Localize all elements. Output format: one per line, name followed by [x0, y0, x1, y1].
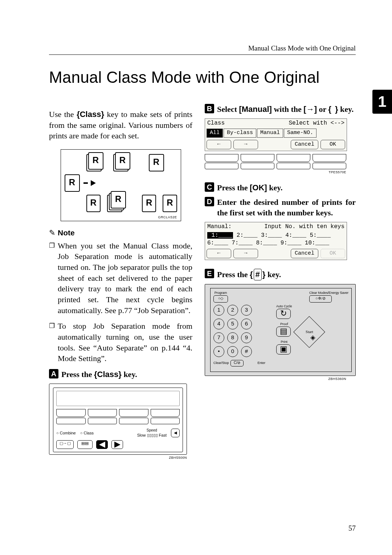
step1-b: key. — [122, 370, 137, 379]
note-item-2: To stop Job Separation mode from automat… — [49, 321, 192, 364]
step-2: B Select [Manual] with the [→] or {} key… — [205, 104, 356, 115]
step2-b: with the — [272, 105, 303, 114]
print-button[interactable]: ▣ — [276, 344, 291, 355]
soft-cancel[interactable]: Cancel — [291, 140, 318, 149]
hash-key-icon: # — [254, 269, 262, 280]
step2-key2: [→] — [303, 105, 317, 114]
illus1-id: GRCLAS2E — [65, 215, 177, 219]
note-list: When you set the Manual Class mode, Job … — [49, 240, 192, 364]
lcd-display-class: Class Select with <--> All By-class Manu… — [205, 118, 347, 151]
autocycle-button[interactable]: ↻ — [276, 309, 291, 319]
key-8[interactable]: 8 — [227, 332, 238, 343]
proof-button[interactable]: ▤ — [276, 327, 291, 337]
step-badge-4: D — [205, 197, 214, 206]
step2-c: or — [317, 105, 328, 114]
soft2-cancel[interactable]: Cancel — [291, 249, 318, 258]
panel1-class: Class — [83, 431, 94, 435]
control-panel-illustration-1: ○ Combine ○ Class Speed Slow ▯▯▯▯▯ Fast … — [49, 384, 187, 460]
disp1-title: Class — [207, 119, 225, 127]
chapter-tab: 1 — [372, 90, 392, 114]
soft-ok[interactable]: OK — [320, 140, 345, 149]
tab-manual[interactable]: Manual — [257, 129, 283, 137]
class-key-label: Class — [80, 110, 101, 119]
soft2-left[interactable]: ← — [207, 249, 231, 258]
step2-d: key. — [338, 105, 354, 114]
kp-id: ZBHS360N — [205, 377, 346, 381]
lcd-display-manual: Manual: Input No. with ten keys 1:____ 2… — [205, 222, 347, 260]
step4-text: Enter the desired number of prints for t… — [217, 197, 356, 218]
disp2-title: Manual: — [207, 223, 232, 231]
step-badge-3: C — [205, 182, 214, 192]
panel1-speed: Speed — [137, 428, 167, 433]
key-1[interactable]: 1 — [213, 305, 224, 316]
panel1-fast: Fast — [159, 433, 167, 437]
step3-text: Press the [OK] key. — [217, 183, 282, 192]
soft2-ok: OK — [320, 249, 345, 258]
disp1-hint: Select with <--> — [289, 119, 344, 127]
disp1-id: TPES570E — [205, 170, 346, 174]
key-5[interactable]: 5 — [227, 319, 238, 329]
key-4[interactable]: 4 — [213, 319, 224, 329]
step1-key: Class — [97, 370, 119, 379]
panel1-combine: Combine — [60, 431, 76, 435]
page-number: 57 — [348, 523, 356, 533]
step2-a: Select — [217, 105, 239, 114]
intro-paragraph: Use the {Class} key to make sets of prin… — [49, 109, 192, 141]
tab-sameno[interactable]: Same-NO. — [284, 129, 317, 137]
key-hash[interactable]: # — [241, 346, 252, 357]
page-title: Manual Class Mode with One Original — [49, 66, 356, 88]
key-0[interactable]: 0 — [227, 346, 238, 357]
step-3: C Press the [OK] key. — [205, 182, 356, 193]
key-9[interactable]: 9 — [241, 332, 252, 343]
running-header: Manual Class Mode with One Original — [49, 44, 356, 55]
panel1-id: ZBHS500N — [49, 455, 187, 460]
key-7[interactable]: 7 — [213, 332, 224, 343]
note-heading: Note — [49, 228, 192, 238]
panel1-slow: Slow — [137, 433, 146, 437]
step5-a: Press the — [217, 270, 250, 279]
key-6[interactable]: 6 — [241, 319, 252, 329]
num-keypad-illustration: Program ○◇ Clear Modes/Energy Saver ○✲/⊘… — [205, 284, 356, 376]
kp-enter-label: Enter — [258, 361, 266, 365]
step-badge-5: E — [205, 269, 214, 278]
class-mode-illustration: RR RR R R R RRR R R GRCLAS2E — [61, 149, 181, 221]
kp-clearstop-label: Clear/Stop — [213, 361, 229, 365]
intro-a: Use the — [49, 110, 77, 119]
step2-key1: [Manual] — [239, 105, 271, 114]
step5-b: key. — [265, 270, 281, 279]
step-1: A Press the {Class} key. — [49, 369, 192, 380]
step1-a: Press the — [61, 370, 94, 379]
key-2[interactable]: 2 — [227, 305, 238, 316]
step-5: E Press the {#} key. — [205, 269, 356, 280]
tab-all[interactable]: All — [207, 129, 223, 137]
key-dot[interactable]: • — [213, 346, 224, 357]
kp-clearmodes-label: Clear Modes/Energy Saver — [309, 291, 348, 295]
disp2-hint: Input No. with ten keys — [264, 223, 344, 231]
soft2-right[interactable]: → — [233, 249, 258, 258]
kp-program-label: Program — [213, 291, 228, 295]
start-button[interactable]: Start — [293, 316, 325, 348]
note-item-1: When you set the Manual Class mode, Job … — [49, 240, 192, 316]
tab-byclass[interactable]: By-class — [224, 129, 256, 137]
disp2-line1-rest: 2:____ 3:____ 4:____ 5:____ — [233, 232, 331, 239]
key-3[interactable]: 3 — [241, 305, 252, 316]
kp-proof-label: Proof — [276, 323, 292, 326]
soft-right[interactable]: → — [233, 140, 258, 149]
kp-print-label: Print — [276, 340, 292, 344]
step-4: D Enter the desired number of prints for… — [205, 197, 356, 218]
step-badge-1: A — [49, 369, 58, 378]
disp2-line2: 6:____ 7:____ 8:____ 9:____ 10:____ — [207, 239, 344, 247]
step-badge-2: B — [205, 104, 214, 113]
kp-auto-label: Auto Cycle — [276, 305, 292, 308]
soft-left[interactable]: ← — [207, 140, 231, 149]
